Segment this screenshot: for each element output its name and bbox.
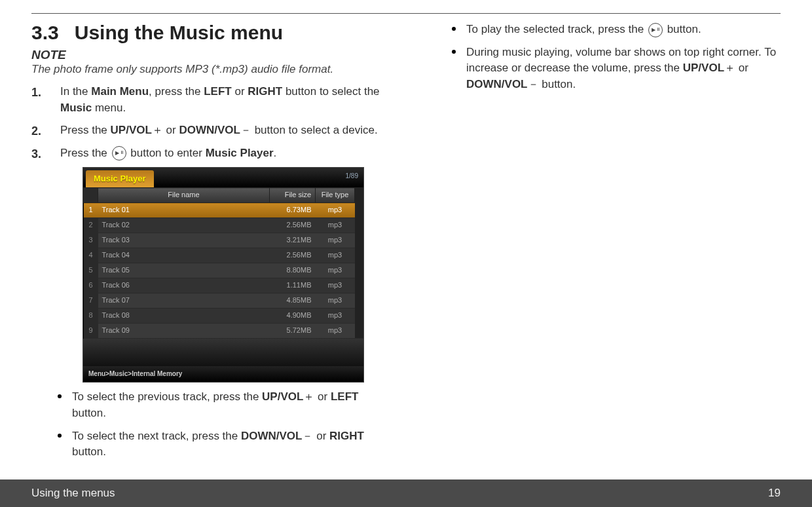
bullet-next-track: To select the next track, press the DOWN… bbox=[58, 428, 386, 460]
step-3: Press the button to enter Music Player. … bbox=[31, 145, 386, 383]
step-2: Press the UP/VOL＋ or DOWN/VOL－ button to… bbox=[31, 122, 386, 139]
track-counter: 1/89 bbox=[346, 172, 358, 181]
table-row: 6Track 061.11MBmp3 bbox=[84, 278, 363, 293]
col-filesize: File size bbox=[270, 188, 316, 203]
footer-page-number: 19 bbox=[768, 487, 781, 500]
table-row: 7Track 074.85MBmp3 bbox=[84, 293, 363, 308]
player-gap bbox=[83, 339, 363, 366]
note-body: The photo frame only supports MP3 (*.mp3… bbox=[31, 62, 386, 77]
scrollbar bbox=[355, 203, 363, 338]
step-list: In the Main Menu, press the LEFT or RIGH… bbox=[31, 84, 386, 383]
section-heading: 3.3Using the Music menu bbox=[31, 22, 386, 44]
table-row: 4Track 042.56MBmp3 bbox=[84, 248, 363, 263]
bullet-volume: During music playing, volume bar shows o… bbox=[452, 45, 781, 93]
section-title: Using the Music menu bbox=[75, 22, 283, 43]
table-row: 2Track 022.56MBmp3 bbox=[84, 218, 363, 233]
player-titlebar: Music Player 1/89 bbox=[83, 168, 363, 188]
bullet-play-track: To play the selected track, press the bu… bbox=[452, 22, 781, 38]
music-player-figure: Music Player 1/89 File name File size Fi… bbox=[83, 167, 364, 383]
bullet-prev-track: To select the previous track, press the … bbox=[58, 389, 386, 421]
table-row: 5Track 058.80MBmp3 bbox=[84, 263, 363, 278]
table-row: 1Track 016.73MBmp3 bbox=[84, 203, 363, 218]
table-row: 8Track 084.90MBmp3 bbox=[84, 308, 363, 323]
table-row: 3Track 033.21MBmp3 bbox=[84, 233, 363, 248]
manual-page: 3.3Using the Music menu NOTE The photo f… bbox=[0, 0, 812, 479]
section-number: 3.3 bbox=[31, 22, 59, 43]
player-breadcrumb: Menu>Music>Internal Memory bbox=[83, 366, 363, 383]
table-row: 9Track 095.72MBmp3 bbox=[84, 323, 363, 338]
play-pause-icon bbox=[112, 146, 126, 160]
note-heading: NOTE bbox=[31, 48, 386, 62]
player-title: Music Player bbox=[86, 170, 154, 188]
page-footer: Using the menus 19 bbox=[0, 479, 812, 507]
track-table: File name File size File type 1Track 016… bbox=[83, 187, 363, 338]
top-rule bbox=[31, 13, 781, 14]
play-pause-icon bbox=[648, 23, 663, 37]
col-filename: File name bbox=[98, 188, 270, 203]
step-1: In the Main Menu, press the LEFT or RIGH… bbox=[31, 84, 386, 116]
footer-chapter: Using the menus bbox=[31, 487, 115, 500]
col-filetype: File type bbox=[316, 188, 355, 203]
